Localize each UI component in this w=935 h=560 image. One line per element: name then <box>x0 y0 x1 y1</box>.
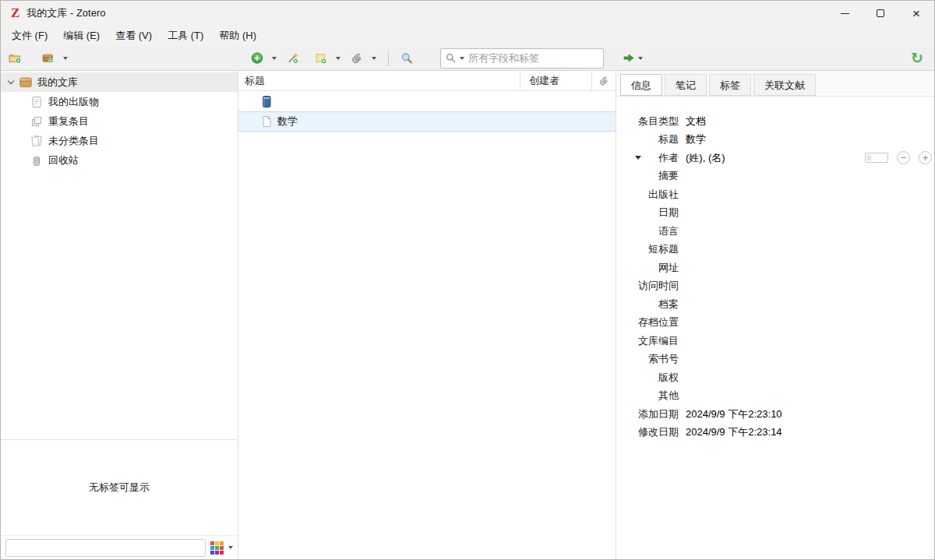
search-scope-caret-icon[interactable] <box>460 57 464 60</box>
field-label: 网址 <box>616 261 679 275</box>
creator-type-caret-icon[interactable] <box>635 156 641 160</box>
field-label: 修改日期 <box>616 425 679 439</box>
new-collection-button[interactable] <box>9 52 26 65</box>
maximize-button[interactable] <box>863 1 898 26</box>
main-content: 我的文库 我的出版物重复条目未分类条目回收站 无标签可显示 标题 创建者 <box>1 71 934 559</box>
menu-item[interactable]: 工具 (T) <box>160 26 211 45</box>
sidebar-item-label: 我的出版物 <box>48 95 99 109</box>
field-row: 文库编目 <box>616 332 934 350</box>
field-row: 访问时间 <box>616 277 934 296</box>
detail-tab[interactable]: 笔记 <box>665 74 707 96</box>
tag-selector: 无标签可显示 <box>1 439 238 559</box>
sidebar-item-label: 重复条目 <box>48 114 89 129</box>
field-value[interactable]: (姓), (名) <box>679 151 725 165</box>
sidebar-item-label: 我的文库 <box>37 76 78 90</box>
field-label: 档案 <box>616 298 679 312</box>
field-row: 索书号 <box>616 350 934 369</box>
field-label: 日期 <box>616 206 679 220</box>
field-value[interactable]: 文档 <box>679 114 706 129</box>
window-controls: × <box>827 1 934 26</box>
field-label: 条目类型 <box>616 114 679 129</box>
tag-options-caret-icon[interactable] <box>228 546 233 549</box>
add-attachment-button[interactable] <box>351 52 376 65</box>
item-details-pane: 信息笔记标签关联文献 条目类型文档标题数学作者(姓), (名)−+摘要出版社日期… <box>616 71 934 559</box>
field-value[interactable]: 数学 <box>679 132 706 146</box>
paperclip-icon <box>351 52 363 65</box>
search-input[interactable] <box>468 52 598 64</box>
add-creator-button[interactable]: + <box>919 151 932 164</box>
close-icon: × <box>912 7 920 20</box>
minimize-button[interactable] <box>827 1 863 26</box>
trash-icon <box>30 154 43 167</box>
field-row: 修改日期2024/9/9 下午2:23:14 <box>616 424 934 442</box>
locate-button[interactable] <box>623 52 643 64</box>
field-row: 网址 <box>616 259 934 277</box>
expand-chevron-icon[interactable] <box>8 78 14 84</box>
chevron-down-icon <box>336 57 340 60</box>
field-row: 其他 <box>616 387 934 406</box>
duplicates-icon <box>30 115 43 128</box>
sidebar-item[interactable]: 我的出版物 <box>1 92 238 111</box>
field-row: 标题数学 <box>616 131 934 150</box>
window-title: 我的文库 - Zotero <box>26 6 105 20</box>
magic-wand-icon <box>287 52 299 65</box>
items-pane: 标题 创建者 数学 <box>238 71 616 559</box>
field-label: 摘要 <box>616 169 679 183</box>
sidebar-item-my-library[interactable]: 我的文库 <box>1 72 238 92</box>
detail-tab[interactable]: 关联文献 <box>753 74 816 96</box>
item-title: 数学 <box>277 114 298 129</box>
menu-item[interactable]: 编辑 (E) <box>55 26 108 45</box>
new-collection-icon <box>9 52 21 65</box>
quick-search-box <box>440 48 604 69</box>
add-by-identifier-button[interactable] <box>287 52 305 65</box>
new-item-button[interactable] <box>251 52 277 65</box>
menu-item[interactable]: 文件 (F) <box>4 26 55 45</box>
toolbar-separator <box>388 51 389 66</box>
chevron-down-icon <box>272 57 277 60</box>
field-row: 短标题 <box>616 241 934 259</box>
field-row: 日期 <box>616 204 934 223</box>
creator-controls: −+ <box>865 151 932 164</box>
field-row: 添加日期2024/9/9 下午2:23:10 <box>616 405 934 424</box>
detail-tab[interactable]: 标签 <box>709 74 751 96</box>
detail-fields: 条目类型文档标题数学作者(姓), (名)−+摘要出版社日期语言短标题网址访问时间… <box>616 112 934 442</box>
zotero-window: Z 我的文库 - Zotero × 文件 (F)编辑 (E)查看 (V)工具 (… <box>0 0 935 560</box>
close-button[interactable]: × <box>898 1 934 26</box>
document-icon <box>260 115 273 128</box>
column-header-attachment[interactable] <box>591 71 616 90</box>
field-label: 版权 <box>616 371 679 385</box>
new-library-icon <box>42 52 55 65</box>
switch-creator-fields-button[interactable] <box>865 153 888 163</box>
sidebar-item[interactable]: 回收站 <box>1 150 238 170</box>
field-value[interactable]: 2024/9/9 下午2:23:10 <box>679 407 782 421</box>
chevron-down-icon <box>638 57 643 60</box>
table-row[interactable]: 数学 <box>238 111 616 132</box>
sidebar-item[interactable]: 重复条目 <box>1 111 238 131</box>
search-icon <box>446 53 456 63</box>
new-note-button[interactable] <box>315 52 340 65</box>
sidebar-item[interactable]: 未分类条目 <box>1 131 238 150</box>
sync-button[interactable]: ↻ <box>911 51 923 65</box>
column-header-creator[interactable]: 创建者 <box>520 71 591 90</box>
new-library-button[interactable] <box>42 52 68 65</box>
field-value[interactable]: 2024/9/9 下午2:23:14 <box>679 425 782 439</box>
field-label: 文库编目 <box>616 334 679 348</box>
book-icon <box>260 95 273 107</box>
detail-tab[interactable]: 信息 <box>620 74 662 96</box>
field-row: 出版社 <box>616 185 934 204</box>
table-row[interactable] <box>238 91 616 111</box>
tag-filter-input[interactable] <box>5 539 206 557</box>
items-list-header: 标题 创建者 <box>238 71 616 91</box>
new-note-icon <box>315 52 327 65</box>
unfiled-icon <box>30 135 43 147</box>
titlebar: Z 我的文库 - Zotero × <box>1 1 934 26</box>
menu-item[interactable]: 帮助 (H) <box>211 26 264 45</box>
magnifier-icon <box>400 52 413 65</box>
field-row: 版权 <box>616 368 934 387</box>
advanced-search-button[interactable] <box>400 52 418 65</box>
items-list: 数学 <box>238 91 616 132</box>
column-header-title[interactable]: 标题 <box>238 71 520 90</box>
tag-color-grid-icon[interactable] <box>210 541 224 555</box>
remove-creator-button[interactable]: − <box>897 151 910 164</box>
menu-item[interactable]: 查看 (V) <box>108 26 160 45</box>
